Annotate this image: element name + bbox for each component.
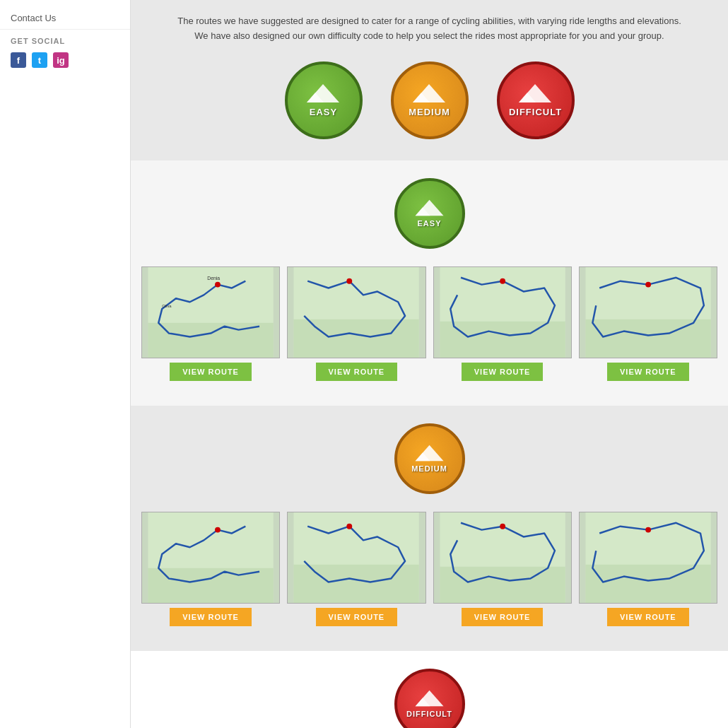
easy-route-map-2 xyxy=(287,266,425,358)
svg-point-26 xyxy=(215,527,221,532)
easy-section-badge-wrap: EASY xyxy=(141,178,717,249)
easy-route-card-2: VIEW ROUTE xyxy=(287,266,425,381)
svg-point-32 xyxy=(500,523,505,529)
medium-route-card-4: VIEW ROUTE xyxy=(579,512,717,626)
medium-route-map-1 xyxy=(141,512,280,604)
difficulty-badges: EASY MEDIUM DIFFICULT xyxy=(173,61,686,139)
mountain-icon-easy-section xyxy=(413,199,447,217)
medium-section-label: MEDIUM xyxy=(411,464,447,473)
easy-section-label: EASY xyxy=(418,219,442,228)
medium-route-map-3 xyxy=(433,512,572,604)
svg-point-29 xyxy=(347,523,353,529)
medium-badge-label: MEDIUM xyxy=(409,107,450,117)
medium-route-card-1: VIEW ROUTE xyxy=(141,512,280,626)
medium-section-badge: MEDIUM xyxy=(394,423,465,494)
sidebar-item-contact-us[interactable]: Contact Us xyxy=(0,7,130,30)
mountain-icon-medium xyxy=(410,83,449,104)
easy-route-card-1: Denia Oliva VIEW ROUTE xyxy=(141,266,280,381)
medium-route-card-2: VIEW ROUTE xyxy=(287,512,425,626)
medium-route-card-3: VIEW ROUTE xyxy=(433,512,572,626)
svg-point-10 xyxy=(215,281,221,287)
svg-rect-25 xyxy=(148,568,274,602)
svg-rect-31 xyxy=(440,566,565,602)
sidebar: Contact Us GET SOCIAL f t ig xyxy=(0,0,131,728)
medium-view-route-btn-3[interactable]: VIEW ROUTE xyxy=(462,608,544,626)
difficult-badge-label: DIFFICULT xyxy=(509,107,562,117)
easy-route-map-4 xyxy=(579,266,717,358)
easy-badge[interactable]: EASY xyxy=(285,61,363,139)
easy-badge-label: EASY xyxy=(310,107,337,117)
svg-rect-9 xyxy=(148,322,274,357)
svg-text:Denia: Denia xyxy=(207,275,220,280)
main-content: The routes we have suggested are designe… xyxy=(131,0,728,728)
mountain-icon-difficult-section xyxy=(413,689,447,708)
mountain-icon-difficult xyxy=(516,83,555,104)
facebook-icon[interactable]: f xyxy=(11,52,26,68)
easy-route-map-1: Denia Oliva xyxy=(141,266,280,358)
svg-text:Oliva: Oliva xyxy=(162,304,172,308)
instagram-icon[interactable]: ig xyxy=(53,52,69,68)
easy-view-route-btn-3[interactable]: VIEW ROUTE xyxy=(462,363,544,381)
svg-point-15 xyxy=(347,278,353,283)
get-social-label: GET SOCIAL xyxy=(0,30,130,49)
easy-view-route-btn-4[interactable]: VIEW ROUTE xyxy=(607,363,689,381)
mountain-icon-easy xyxy=(304,83,343,104)
svg-point-21 xyxy=(645,281,651,287)
medium-badge[interactable]: MEDIUM xyxy=(391,61,469,139)
easy-route-section: EASY Denia Oliva VIEW ROUTE xyxy=(131,160,728,406)
medium-view-route-btn-4[interactable]: VIEW ROUTE xyxy=(607,608,689,626)
svg-rect-20 xyxy=(585,319,710,357)
medium-route-map-2 xyxy=(287,512,425,604)
svg-rect-34 xyxy=(585,564,710,602)
medium-routes-grid: VIEW ROUTE VIEW ROUTE xyxy=(141,512,717,626)
twitter-icon[interactable]: t xyxy=(32,52,47,68)
difficult-section-badge: DIFFICULT xyxy=(394,669,465,728)
mountain-icon-medium-section xyxy=(413,444,447,462)
easy-route-map-3 xyxy=(433,266,572,358)
medium-view-route-btn-2[interactable]: VIEW ROUTE xyxy=(316,608,398,626)
easy-section-badge: EASY xyxy=(394,178,465,249)
medium-section-badge-wrap: MEDIUM xyxy=(141,423,717,494)
easy-route-card-4: VIEW ROUTE xyxy=(579,266,717,381)
medium-view-route-btn-1[interactable]: VIEW ROUTE xyxy=(170,608,252,626)
social-icons: f t ig xyxy=(0,49,130,71)
easy-route-card-3: VIEW ROUTE xyxy=(433,266,572,381)
svg-point-18 xyxy=(500,278,505,283)
medium-route-section: MEDIUM VIEW ROUTE xyxy=(131,406,728,651)
easy-routes-grid: Denia Oliva VIEW ROUTE VIEW ROUTE xyxy=(141,266,717,381)
difficult-route-section: DIFFICULT VIEW ROUTE xyxy=(131,651,728,728)
svg-point-35 xyxy=(645,527,651,532)
intro-section: The routes we have suggested are designe… xyxy=(131,0,728,160)
intro-text: The routes we have suggested are designe… xyxy=(173,14,686,44)
svg-rect-17 xyxy=(440,321,565,357)
difficult-section-badge-wrap: DIFFICULT xyxy=(141,669,717,728)
difficult-section-label: DIFFICULT xyxy=(406,710,452,718)
difficult-badge[interactable]: DIFFICULT xyxy=(497,61,575,139)
medium-route-map-4 xyxy=(579,512,717,604)
easy-view-route-btn-2[interactable]: VIEW ROUTE xyxy=(316,363,398,381)
easy-view-route-btn-1[interactable]: VIEW ROUTE xyxy=(170,363,252,381)
